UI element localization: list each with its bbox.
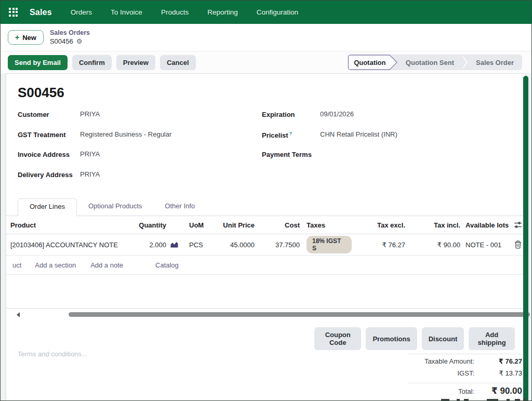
field-invoice-address: Invoice Address PRIYA [18,150,262,170]
col-tax-excl[interactable]: Tax excl. [352,221,405,229]
col-taxes[interactable]: Taxes [300,221,352,229]
status-step-sales-order[interactable]: Sales Order [468,59,522,66]
field-pricelist: Pricelist? CHN Retail Pricelist (INR) [262,130,514,151]
pricelist-value[interactable]: CHN Retail Pricelist (INR) [320,130,397,138]
horizontal-scrollbar-thumb[interactable] [69,312,530,317]
add-shipping-button[interactable]: Add shipping [469,327,515,350]
taxable-amount-value: ₹ 76.27 [474,357,522,365]
sheet-footer: Terms and conditions... Coupon Code Prom… [6,320,526,398]
apps-grid-icon[interactable] [9,8,18,17]
status-step-quotation-sent[interactable]: Quotation Sent [397,59,462,66]
customer-value[interactable]: PRIYA [80,110,100,118]
promotions-button[interactable]: Promotions [366,327,417,350]
col-cost[interactable]: Cost [255,221,300,229]
table-action-links: uct Add a section Add a note Catalog [6,256,526,275]
delivery-address-value[interactable]: PRIYA [80,170,100,178]
col-quantity[interactable]: Quantity [136,221,166,229]
sliders-icon [513,221,523,229]
preview-button[interactable]: Preview [116,55,155,70]
trash-icon [514,240,522,249]
app-brand[interactable]: Sales [30,8,52,17]
cell-taxes[interactable]: 18% IGST S [300,236,352,254]
nav-menu: Orders To Invoice Products Reporting Con… [71,8,298,16]
breadcrumb-current: S00456 ⚙ [50,37,90,46]
footer-right-column: Coupon Code Promotions Discount Add ship… [314,320,522,398]
cell-quantity[interactable]: 2.000 [136,241,166,249]
nav-item-orders[interactable]: Orders [71,8,92,16]
table-empty-area [6,275,526,308]
tab-order-lines[interactable]: Order Lines [18,198,77,216]
breadcrumb: Sales Orders S00456 ⚙ [50,29,90,46]
nav-item-to-invoice[interactable]: To Invoice [111,8,142,16]
total-row: Total: ₹ 90.00 [408,383,522,398]
col-tax-incl[interactable]: Tax incl. [405,221,460,229]
add-a-product-link-clipped[interactable]: uct [12,261,21,269]
fields-left-column: Customer PRIYA GST Treatment Registered … [18,110,262,190]
scroll-left-arrow-icon[interactable] [17,312,20,317]
field-gst-treatment: GST Treatment Registered Business - Regu… [18,130,262,151]
vertical-scrollbar-thumb[interactable] [523,76,528,401]
nav-item-configuration[interactable]: Configuration [257,8,298,16]
action-bar: Send by Email Confirm Preview Cancel Quo… [1,51,531,73]
gst-treatment-value[interactable]: Registered Business - Regular [80,130,171,138]
taxable-amount-row: Taxable Amount: ₹ 76.27 [408,357,522,369]
send-by-email-button[interactable]: Send by Email [8,55,68,70]
cell-product[interactable]: [20103406] ACCOUNTANCY NOTE [6,241,136,249]
app-window: Sales Orders To Invoice Products Reporti… [0,0,532,401]
totals-block: Taxable Amount: ₹ 76.27 IGST: ₹ 13.73 To… [408,354,522,398]
nav-item-products[interactable]: Products [161,8,189,16]
expiration-value[interactable]: 09/01/2026 [320,110,354,118]
order-lines-table: Product Quantity UoM Unit Price Cost Tax… [6,216,526,308]
add-a-section-link[interactable]: Add a section [35,261,76,269]
col-unit-price[interactable]: Unit Price [216,221,255,229]
field-delivery-address: Delivery Address PRIYA [18,170,262,191]
breadcrumb-bar: + New Sales Orders S00456 ⚙ [1,24,531,51]
table-header: Product Quantity UoM Unit Price Cost Tax… [6,216,526,234]
field-customer: Customer PRIYA [18,110,262,130]
page-body: S00456 Customer PRIYA GST Treatment Regi… [1,73,531,401]
plus-icon: + [15,33,19,42]
igst-value: ₹ 13.73 [474,369,522,377]
form-fields: Customer PRIYA GST Treatment Registered … [18,110,514,190]
breadcrumb-parent-link[interactable]: Sales Orders [50,29,90,37]
tab-other-info[interactable]: Other Info [153,198,206,216]
horizontal-scrollbar [6,308,526,320]
igst-row: IGST: ₹ 13.73 [408,369,522,381]
invoice-address-value[interactable]: PRIYA [80,150,100,158]
cell-uom[interactable]: PCS [184,241,216,249]
status-step-quotation[interactable]: Quotation [348,55,397,70]
col-uom[interactable]: UoM [184,221,216,229]
total-value: ₹ 90.00 [474,385,522,396]
form-sheet: S00456 Customer PRIYA GST Treatment Regi… [6,73,526,401]
discount-button[interactable]: Discount [422,327,464,350]
help-icon[interactable]: ? [289,131,292,136]
field-expiration: Expiration 09/01/2026 [262,110,514,130]
add-a-note-link[interactable]: Add a note [90,261,123,269]
field-payment-terms: Payment Terms [262,150,514,170]
gear-icon[interactable]: ⚙ [76,38,83,45]
tab-optional-products[interactable]: Optional Products [77,198,153,216]
confirm-button[interactable]: Confirm [72,55,112,70]
status-pipeline: Quotation Quotation Sent Sales Order [348,55,522,70]
top-nav: Sales Orders To Invoice Products Reporti… [1,1,531,24]
tax-badge[interactable]: 18% IGST S [307,236,352,254]
cell-unit-price[interactable]: 45.0000 [216,241,255,249]
cancel-button[interactable]: Cancel [160,55,196,70]
table-row[interactable]: [20103406] ACCOUNTANCY NOTE 2.000 PCS 45… [6,234,526,256]
col-product[interactable]: Product [6,221,136,229]
order-title: S00456 [18,84,514,101]
notebook-tabs: Order Lines Optional Products Other Info [6,198,526,216]
catalog-link[interactable]: Catalog [155,261,179,269]
forecast-chart-icon[interactable] [166,241,184,248]
fields-right-column: Expiration 09/01/2026 Pricelist? CHN Ret… [262,110,514,190]
cell-tax-excl: ₹ 76.27 [352,241,405,249]
cell-cost[interactable]: 37.7500 [255,241,300,249]
cell-available-lots[interactable]: NOTE - 001 [460,241,510,249]
terms-and-conditions-input[interactable]: Terms and conditions... [18,350,314,398]
coupon-code-button[interactable]: Coupon Code [314,327,361,350]
clipped-bottom-content [437,398,528,400]
footer-buttons: Coupon Code Promotions Discount Add ship… [314,327,515,350]
nav-item-reporting[interactable]: Reporting [207,8,238,16]
new-button[interactable]: + New [8,30,44,45]
col-available-lots[interactable]: Available lots [460,221,510,229]
